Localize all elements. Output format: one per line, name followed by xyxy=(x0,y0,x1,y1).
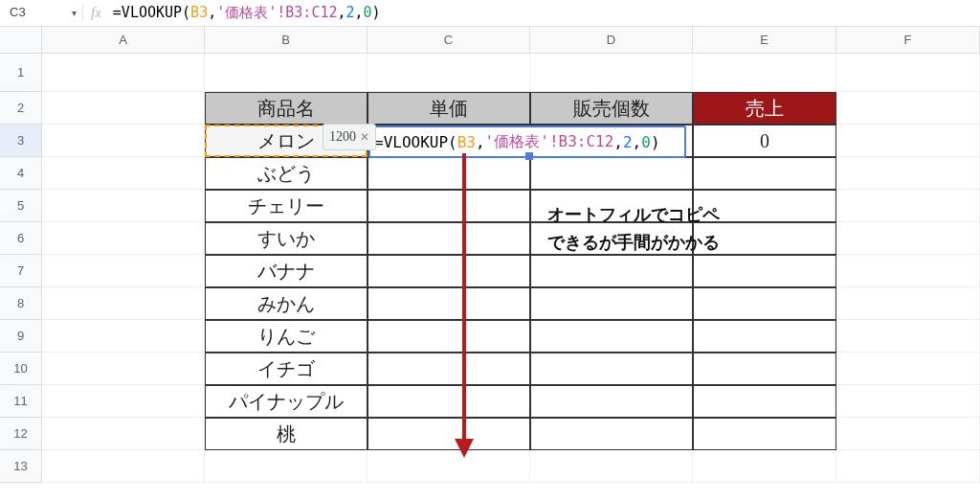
cell-C12[interactable] xyxy=(368,418,530,450)
cell-A9[interactable] xyxy=(42,320,205,353)
cell-E1[interactable] xyxy=(693,54,836,92)
cell-A12[interactable] xyxy=(42,418,205,450)
cell-C2[interactable]: 単価 xyxy=(368,92,530,125)
formula-input[interactable]: =VLOOKUP(B3,'価格表'!B3:C12,2,0) xyxy=(109,4,976,22)
cell-D4[interactable] xyxy=(530,157,693,190)
cell-B13[interactable] xyxy=(205,450,368,483)
cell-D2[interactable]: 販売個数 xyxy=(530,92,693,125)
cell-C8[interactable] xyxy=(368,287,530,320)
cell-F11[interactable] xyxy=(836,385,980,418)
fx-icon[interactable]: fx xyxy=(82,5,109,21)
row-header-7[interactable]: 7 xyxy=(0,255,42,287)
cell-F5[interactable] xyxy=(836,190,980,222)
name-box[interactable]: C3 xyxy=(4,3,69,24)
col-header-B[interactable]: B xyxy=(205,27,368,53)
row-header-2[interactable]: 2 xyxy=(0,92,42,125)
formula-preview-tooltip: 1200 ✕ xyxy=(323,124,376,150)
cell-A3[interactable] xyxy=(42,125,205,157)
cell-F12[interactable] xyxy=(836,418,980,450)
tooltip-close-icon[interactable]: ✕ xyxy=(360,130,369,145)
row-header-3[interactable]: 3 xyxy=(0,125,42,157)
row-header-6[interactable]: 6 xyxy=(0,222,42,255)
cell-D1[interactable] xyxy=(530,54,693,92)
cell-E2[interactable]: 売上 xyxy=(693,92,836,125)
cell-F3[interactable] xyxy=(836,125,980,157)
row-header-5[interactable]: 5 xyxy=(0,190,42,222)
col-header-E[interactable]: E xyxy=(693,27,836,53)
cell-B6[interactable]: すいか xyxy=(205,222,368,255)
cell-E7[interactable] xyxy=(693,255,836,287)
cell-A5[interactable] xyxy=(42,190,205,222)
cell-D11[interactable] xyxy=(530,385,693,418)
cell-C6[interactable] xyxy=(368,222,530,255)
cell-F9[interactable] xyxy=(836,320,980,353)
col-header-A[interactable]: A xyxy=(42,27,205,53)
cell-F7[interactable] xyxy=(836,255,980,287)
cell-F13[interactable] xyxy=(836,450,980,483)
cell-B1[interactable] xyxy=(205,54,368,92)
cell-C4[interactable] xyxy=(368,157,530,190)
cell-A6[interactable] xyxy=(42,222,205,255)
cell-F1[interactable] xyxy=(836,54,980,92)
row-header-1[interactable]: 1 xyxy=(0,54,42,92)
grid: 1 2 商品名 単価 販売個数 売上 3 メロン 1200 xyxy=(0,54,980,483)
cell-A7[interactable] xyxy=(42,255,205,287)
cell-C1[interactable] xyxy=(368,54,530,92)
cell-B9[interactable]: りんご xyxy=(205,320,368,353)
col-header-C[interactable]: C xyxy=(368,27,530,53)
row-header-11[interactable]: 11 xyxy=(0,385,42,418)
row-header-13[interactable]: 13 xyxy=(0,450,42,483)
cell-E4[interactable] xyxy=(693,157,836,190)
cell-B5[interactable]: チェリー xyxy=(205,190,368,222)
cell-D10[interactable] xyxy=(530,353,693,385)
cell-C10[interactable] xyxy=(368,353,530,385)
cell-A10[interactable] xyxy=(42,353,205,385)
cell-B12[interactable]: 桃 xyxy=(205,418,368,450)
row-header-9[interactable]: 9 xyxy=(0,320,42,353)
cell-E9[interactable] xyxy=(693,320,836,353)
cell-A1[interactable] xyxy=(42,54,205,92)
cell-A8[interactable] xyxy=(42,287,205,320)
cell-E8[interactable] xyxy=(693,287,836,320)
cell-B11[interactable]: パイナップル xyxy=(205,385,368,418)
cell-C3[interactable]: 1200 ✕ =VLOOKUP(B3,'価格表'!B3:C12,2,0) xyxy=(368,125,530,157)
select-all-corner[interactable] xyxy=(0,27,42,53)
cell-F6[interactable] xyxy=(836,222,980,255)
cell-E12[interactable] xyxy=(693,418,836,450)
name-box-dropdown-icon[interactable]: ▾ xyxy=(69,8,78,18)
fill-handle[interactable] xyxy=(525,152,533,160)
cell-B2[interactable]: 商品名 xyxy=(205,92,368,125)
cell-B4[interactable]: ぶどう xyxy=(205,157,368,190)
cell-A11[interactable] xyxy=(42,385,205,418)
cell-F10[interactable] xyxy=(836,353,980,385)
cell-F2[interactable] xyxy=(836,92,980,125)
cell-C13[interactable] xyxy=(368,450,530,483)
cell-B8[interactable]: みかん xyxy=(205,287,368,320)
cell-D12[interactable] xyxy=(530,418,693,450)
row-header-12[interactable]: 12 xyxy=(0,418,42,450)
cell-D8[interactable] xyxy=(530,287,693,320)
cell-A2[interactable] xyxy=(42,92,205,125)
col-header-D[interactable]: D xyxy=(530,27,693,53)
cell-C9[interactable] xyxy=(368,320,530,353)
cell-B10[interactable]: イチゴ xyxy=(205,353,368,385)
cell-E11[interactable] xyxy=(693,385,836,418)
cell-C11[interactable] xyxy=(368,385,530,418)
col-header-F[interactable]: F xyxy=(836,27,980,53)
cell-C7[interactable] xyxy=(368,255,530,287)
cell-B7[interactable]: バナナ xyxy=(205,255,368,287)
cell-D13[interactable] xyxy=(530,450,693,483)
cell-A4[interactable] xyxy=(42,157,205,190)
cell-E13[interactable] xyxy=(693,450,836,483)
cell-D9[interactable] xyxy=(530,320,693,353)
cell-E3[interactable]: 0 xyxy=(693,125,836,157)
cell-A13[interactable] xyxy=(42,450,205,483)
cell-E10[interactable] xyxy=(693,353,836,385)
row-header-10[interactable]: 10 xyxy=(0,353,42,385)
row-header-8[interactable]: 8 xyxy=(0,287,42,320)
cell-D7[interactable] xyxy=(530,255,693,287)
cell-C5[interactable] xyxy=(368,190,530,222)
cell-F4[interactable] xyxy=(836,157,980,190)
row-header-4[interactable]: 4 xyxy=(0,157,42,190)
cell-F8[interactable] xyxy=(836,287,980,320)
